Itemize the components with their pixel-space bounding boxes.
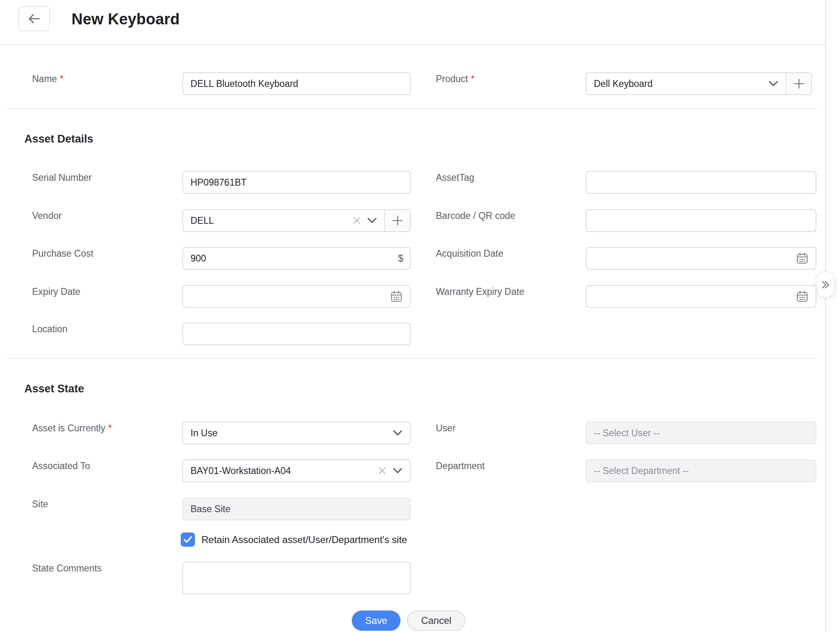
cancel-button[interactable]: Cancel [407, 610, 465, 631]
double-chevron-right-icon [821, 280, 830, 290]
serial-number-input[interactable] [182, 171, 411, 194]
associated-to-value: BAY01-Workstation-A04 [191, 465, 372, 476]
location-label: Location [32, 324, 67, 335]
section-divider [7, 108, 818, 109]
acquisition-date-label: Acquisition Date [436, 248, 503, 259]
user-placeholder: -- Select User -- [594, 428, 660, 439]
barcode-input[interactable] [586, 209, 816, 232]
chevron-down-icon[interactable] [393, 468, 403, 474]
retain-site-label: Retain Associated asset/User/Department'… [201, 534, 407, 545]
new-asset-form-page: New Keyboard Name* Product* Dell Keyboar… [0, 0, 840, 632]
currency-symbol: $ [398, 253, 403, 264]
warranty-expiry-date-field [586, 285, 816, 308]
arrow-left-icon [27, 13, 41, 25]
site-label: Site [32, 499, 48, 510]
clear-icon[interactable] [378, 467, 386, 475]
purchase-cost-field: $ [182, 247, 411, 270]
add-product-button[interactable] [786, 73, 811, 94]
panel-expander-button[interactable] [816, 272, 834, 297]
back-button[interactable] [18, 6, 50, 31]
asset-state-value: In Use [191, 428, 386, 439]
chevron-down-icon[interactable] [393, 430, 403, 436]
add-vendor-button[interactable] [384, 210, 410, 231]
state-comments-textarea[interactable] [182, 562, 411, 594]
check-icon [183, 536, 193, 543]
site-value: Base Site [191, 504, 230, 515]
asset-state-select[interactable]: In Use [182, 422, 411, 444]
expiry-date-field [182, 285, 411, 308]
vendor-label: Vendor [32, 210, 62, 221]
expiry-date-label: Expiry Date [32, 286, 80, 297]
page-title: New Keyboard [71, 11, 180, 28]
department-placeholder: -- Select Department -- [594, 465, 689, 476]
page-header: New Keyboard [0, 0, 825, 45]
state-comments-label: State Comments [32, 563, 102, 574]
serial-number-label: Serial Number [32, 172, 92, 183]
purchase-cost-input[interactable] [191, 253, 392, 264]
user-label: User [436, 423, 456, 434]
retain-site-checkbox[interactable] [181, 532, 195, 547]
calendar-icon[interactable] [390, 290, 403, 303]
name-label: Name* [32, 74, 63, 84]
barcode-label: Barcode / QR code [436, 210, 515, 221]
plus-icon [392, 215, 403, 226]
calendar-icon[interactable] [795, 290, 809, 303]
required-asterisk: * [60, 74, 63, 84]
section-divider [7, 358, 818, 359]
warranty-expiry-date-label: Warranty Expiry Date [436, 286, 524, 297]
plus-icon [794, 78, 804, 89]
chevron-down-icon[interactable] [769, 81, 778, 87]
vendor-value: DELL [191, 215, 346, 226]
required-asterisk: * [108, 423, 112, 433]
vendor-select[interactable]: DELL [183, 210, 384, 231]
calendar-icon[interactable] [795, 251, 809, 265]
site-field-disabled: Base Site [182, 498, 411, 520]
department-select-disabled: -- Select Department -- [586, 459, 816, 482]
required-asterisk: * [471, 74, 474, 84]
asset-tag-input[interactable] [586, 171, 816, 194]
asset-state-title: Asset State [24, 383, 84, 395]
right-panel-divider [825, 0, 826, 632]
product-label: Product* [436, 74, 474, 84]
department-label: Department [436, 461, 485, 472]
acquisition-date-input[interactable] [594, 253, 790, 264]
location-input[interactable] [182, 322, 411, 345]
associated-to-label: Associated To [32, 461, 90, 472]
chevron-down-icon[interactable] [367, 218, 377, 224]
user-select-disabled: -- Select User -- [586, 422, 816, 444]
product-select-group: Dell Keyboard [586, 72, 812, 95]
acquisition-date-field [586, 247, 816, 270]
asset-details-title: Asset Details [24, 133, 93, 145]
asset-is-currently-label: Asset is Currently* [32, 423, 112, 434]
expiry-date-input[interactable] [191, 291, 384, 302]
purchase-cost-label: Purchase Cost [32, 248, 93, 259]
warranty-expiry-date-input[interactable] [594, 291, 790, 302]
name-input[interactable] [182, 72, 411, 95]
product-value: Dell Keyboard [594, 78, 762, 89]
associated-to-select[interactable]: BAY01-Workstation-A04 [182, 459, 411, 482]
save-button[interactable]: Save [352, 610, 401, 631]
asset-tag-label: AssetTag [436, 172, 474, 183]
vendor-select-group: DELL [182, 209, 411, 232]
clear-icon[interactable] [353, 216, 361, 225]
product-select[interactable]: Dell Keyboard [587, 73, 786, 94]
